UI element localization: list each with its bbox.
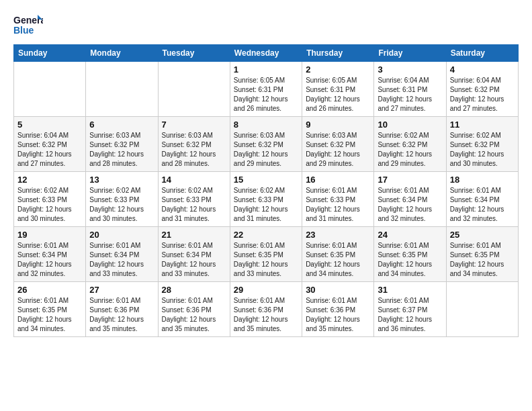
day-info: Sunrise: 6:01 AM Sunset: 6:34 PM Dayligh… xyxy=(450,186,515,224)
calendar-cell xyxy=(446,282,518,337)
page-header: General Blue xyxy=(13,13,519,38)
day-info: Sunrise: 6:04 AM Sunset: 6:31 PM Dayligh… xyxy=(378,76,442,113)
calendar-cell: 22Sunrise: 6:01 AM Sunset: 6:35 PM Dayli… xyxy=(230,227,302,282)
calendar-week-row: 12Sunrise: 6:02 AM Sunset: 6:33 PM Dayli… xyxy=(14,172,519,227)
day-number: 8 xyxy=(234,120,298,130)
day-number: 13 xyxy=(89,175,154,185)
day-number: 22 xyxy=(234,230,298,240)
calendar-cell: 4Sunrise: 6:04 AM Sunset: 6:32 PM Daylig… xyxy=(446,62,518,117)
day-number: 12 xyxy=(17,175,82,185)
day-info: Sunrise: 6:05 AM Sunset: 6:31 PM Dayligh… xyxy=(234,76,298,113)
calendar-cell: 24Sunrise: 6:01 AM Sunset: 6:35 PM Dayli… xyxy=(374,227,446,282)
day-number: 25 xyxy=(450,230,515,240)
day-number: 29 xyxy=(234,285,298,295)
calendar-cell xyxy=(14,62,86,117)
day-number: 3 xyxy=(378,64,442,75)
day-number: 26 xyxy=(17,285,82,295)
weekday-header-wednesday: Wednesday xyxy=(230,45,302,62)
calendar-cell: 2Sunrise: 6:05 AM Sunset: 6:31 PM Daylig… xyxy=(302,62,374,117)
calendar-cell: 3Sunrise: 6:04 AM Sunset: 6:31 PM Daylig… xyxy=(374,62,446,117)
day-number: 9 xyxy=(306,120,370,130)
day-info: Sunrise: 6:01 AM Sunset: 6:34 PM Dayligh… xyxy=(162,241,226,279)
day-number: 28 xyxy=(162,285,226,295)
calendar-cell: 17Sunrise: 6:01 AM Sunset: 6:34 PM Dayli… xyxy=(374,172,446,227)
day-number: 6 xyxy=(89,120,154,130)
day-info: Sunrise: 6:03 AM Sunset: 6:32 PM Dayligh… xyxy=(89,131,154,169)
day-number: 19 xyxy=(17,230,82,240)
day-info: Sunrise: 6:04 AM Sunset: 6:32 PM Dayligh… xyxy=(450,76,515,113)
calendar-cell: 1Sunrise: 6:05 AM Sunset: 6:31 PM Daylig… xyxy=(230,62,302,117)
svg-text:Blue: Blue xyxy=(13,25,34,36)
calendar-cell: 20Sunrise: 6:01 AM Sunset: 6:34 PM Dayli… xyxy=(86,227,158,282)
day-number: 15 xyxy=(234,175,298,185)
day-info: Sunrise: 6:05 AM Sunset: 6:31 PM Dayligh… xyxy=(306,76,370,113)
calendar-week-row: 26Sunrise: 6:01 AM Sunset: 6:35 PM Dayli… xyxy=(14,282,519,337)
day-number: 20 xyxy=(89,230,154,240)
calendar-cell: 15Sunrise: 6:02 AM Sunset: 6:33 PM Dayli… xyxy=(230,172,302,227)
day-number: 7 xyxy=(162,120,226,130)
day-info: Sunrise: 6:01 AM Sunset: 6:36 PM Dayligh… xyxy=(89,296,154,334)
day-info: Sunrise: 6:04 AM Sunset: 6:32 PM Dayligh… xyxy=(17,131,82,169)
calendar-table: SundayMondayTuesdayWednesdayThursdayFrid… xyxy=(13,44,519,337)
calendar-cell: 10Sunrise: 6:02 AM Sunset: 6:32 PM Dayli… xyxy=(374,117,446,172)
day-info: Sunrise: 6:01 AM Sunset: 6:35 PM Dayligh… xyxy=(234,241,298,279)
day-info: Sunrise: 6:01 AM Sunset: 6:36 PM Dayligh… xyxy=(306,296,370,334)
calendar-cell: 26Sunrise: 6:01 AM Sunset: 6:35 PM Dayli… xyxy=(14,282,86,337)
day-number: 18 xyxy=(450,175,515,185)
calendar-cell: 12Sunrise: 6:02 AM Sunset: 6:33 PM Dayli… xyxy=(14,172,86,227)
calendar-cell: 7Sunrise: 6:03 AM Sunset: 6:32 PM Daylig… xyxy=(158,117,230,172)
day-info: Sunrise: 6:02 AM Sunset: 6:33 PM Dayligh… xyxy=(89,186,154,224)
calendar-week-row: 5Sunrise: 6:04 AM Sunset: 6:32 PM Daylig… xyxy=(14,117,519,172)
day-info: Sunrise: 6:01 AM Sunset: 6:35 PM Dayligh… xyxy=(450,241,515,279)
calendar-cell: 27Sunrise: 6:01 AM Sunset: 6:36 PM Dayli… xyxy=(86,282,158,337)
day-info: Sunrise: 6:01 AM Sunset: 6:36 PM Dayligh… xyxy=(234,296,298,334)
calendar-cell: 28Sunrise: 6:01 AM Sunset: 6:36 PM Dayli… xyxy=(158,282,230,337)
calendar-cell: 21Sunrise: 6:01 AM Sunset: 6:34 PM Dayli… xyxy=(158,227,230,282)
day-info: Sunrise: 6:01 AM Sunset: 6:34 PM Dayligh… xyxy=(89,241,154,279)
day-number: 24 xyxy=(378,230,442,240)
day-info: Sunrise: 6:01 AM Sunset: 6:34 PM Dayligh… xyxy=(378,186,442,224)
calendar-cell: 16Sunrise: 6:01 AM Sunset: 6:33 PM Dayli… xyxy=(302,172,374,227)
day-number: 30 xyxy=(306,285,370,295)
day-info: Sunrise: 6:01 AM Sunset: 6:36 PM Dayligh… xyxy=(162,296,226,334)
calendar-cell: 29Sunrise: 6:01 AM Sunset: 6:36 PM Dayli… xyxy=(230,282,302,337)
day-number: 31 xyxy=(378,285,442,295)
calendar-cell: 9Sunrise: 6:03 AM Sunset: 6:32 PM Daylig… xyxy=(302,117,374,172)
day-number: 14 xyxy=(162,175,226,185)
calendar-cell: 25Sunrise: 6:01 AM Sunset: 6:35 PM Dayli… xyxy=(446,227,518,282)
weekday-header-thursday: Thursday xyxy=(302,45,374,62)
day-number: 23 xyxy=(306,230,370,240)
weekday-header-friday: Friday xyxy=(374,45,446,62)
calendar-cell: 14Sunrise: 6:02 AM Sunset: 6:33 PM Dayli… xyxy=(158,172,230,227)
day-number: 27 xyxy=(89,285,154,295)
day-info: Sunrise: 6:03 AM Sunset: 6:32 PM Dayligh… xyxy=(234,131,298,169)
logo: General Blue xyxy=(13,13,43,38)
day-number: 10 xyxy=(378,120,442,130)
calendar-cell xyxy=(86,62,158,117)
calendar-cell: 6Sunrise: 6:03 AM Sunset: 6:32 PM Daylig… xyxy=(86,117,158,172)
day-number: 2 xyxy=(306,64,370,75)
day-info: Sunrise: 6:02 AM Sunset: 6:32 PM Dayligh… xyxy=(378,131,442,169)
calendar-week-row: 19Sunrise: 6:01 AM Sunset: 6:34 PM Dayli… xyxy=(14,227,519,282)
calendar-cell: 8Sunrise: 6:03 AM Sunset: 6:32 PM Daylig… xyxy=(230,117,302,172)
day-number: 11 xyxy=(450,120,515,130)
calendar-cell: 19Sunrise: 6:01 AM Sunset: 6:34 PM Dayli… xyxy=(14,227,86,282)
logo-icon: General Blue xyxy=(13,13,43,38)
day-info: Sunrise: 6:02 AM Sunset: 6:33 PM Dayligh… xyxy=(162,186,226,224)
day-number: 17 xyxy=(378,175,442,185)
weekday-header-saturday: Saturday xyxy=(446,45,518,62)
calendar-cell: 13Sunrise: 6:02 AM Sunset: 6:33 PM Dayli… xyxy=(86,172,158,227)
day-info: Sunrise: 6:02 AM Sunset: 6:33 PM Dayligh… xyxy=(234,186,298,224)
day-info: Sunrise: 6:03 AM Sunset: 6:32 PM Dayligh… xyxy=(306,131,370,169)
calendar-cell: 30Sunrise: 6:01 AM Sunset: 6:36 PM Dayli… xyxy=(302,282,374,337)
calendar-cell xyxy=(158,62,230,117)
day-info: Sunrise: 6:01 AM Sunset: 6:33 PM Dayligh… xyxy=(306,186,370,224)
calendar-week-row: 1Sunrise: 6:05 AM Sunset: 6:31 PM Daylig… xyxy=(14,62,519,117)
day-info: Sunrise: 6:01 AM Sunset: 6:35 PM Dayligh… xyxy=(17,296,82,334)
weekday-header-monday: Monday xyxy=(86,45,158,62)
day-number: 4 xyxy=(450,64,515,75)
weekday-header-tuesday: Tuesday xyxy=(158,45,230,62)
weekday-header-row: SundayMondayTuesdayWednesdayThursdayFrid… xyxy=(14,45,519,62)
calendar-cell: 5Sunrise: 6:04 AM Sunset: 6:32 PM Daylig… xyxy=(14,117,86,172)
calendar-cell: 23Sunrise: 6:01 AM Sunset: 6:35 PM Dayli… xyxy=(302,227,374,282)
